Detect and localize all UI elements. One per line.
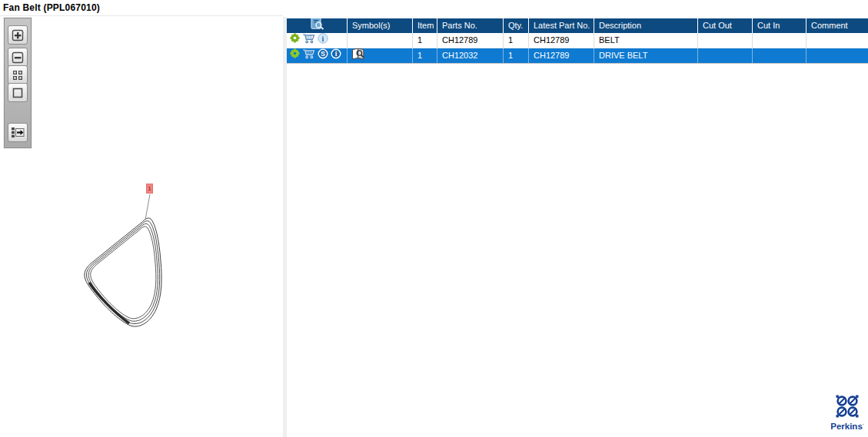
header-item: Item — [413, 18, 437, 33]
cell-comment — [806, 33, 868, 48]
svg-text:i: i — [335, 50, 338, 58]
info-icon[interactable]: i — [331, 48, 341, 63]
perkins-logo-icon — [834, 408, 860, 421]
parts-table: Symbol(s) Item Parts No. Qty. Latest Par… — [287, 18, 868, 64]
header-parts-no: Parts No. — [437, 18, 504, 33]
table-row-drive-belt-selected[interactable]: S i — [287, 48, 868, 64]
cell-cut-out — [698, 48, 753, 63]
panel-divider — [283, 17, 287, 437]
row-actions-cell: i — [287, 33, 348, 48]
perkins-wordmark: Perkins· — [829, 422, 866, 431]
svg-text:i: i — [322, 34, 324, 42]
header-comment: Comment — [806, 18, 868, 33]
header-cut-in: Cut In — [753, 18, 806, 33]
cell-item: 1 — [413, 48, 437, 63]
cell-qty: 1 — [504, 33, 529, 48]
header-cut-out: Cut Out — [698, 18, 753, 33]
gear-icon[interactable] — [290, 48, 300, 63]
add-to-cart-icon[interactable] — [302, 48, 315, 63]
header-description: Description — [594, 18, 698, 33]
gear-icon[interactable] — [290, 33, 300, 48]
svg-text:S: S — [321, 50, 325, 58]
add-to-cart-icon[interactable] — [302, 33, 315, 48]
diagram-callout-1[interactable]: 1 — [146, 184, 153, 194]
table-row-belt[interactable]: i 1 CH12789 1 CH12789 BELT — [287, 33, 868, 48]
header-actions-cell — [287, 18, 348, 33]
row-actions-cell: S i — [287, 48, 348, 63]
table-header-row: Symbol(s) Item Parts No. Qty. Latest Par… — [287, 18, 868, 33]
document-search-icon — [308, 18, 325, 33]
cell-cut-out — [698, 33, 753, 48]
cell-symbols — [348, 48, 413, 63]
perkins-branding: Perkins· — [829, 394, 866, 431]
header-symbols: Symbol(s) — [348, 18, 413, 33]
info-icon[interactable]: i — [318, 33, 328, 48]
cell-description: BELT — [594, 33, 698, 48]
cell-comment — [806, 48, 868, 63]
cell-cut-in — [753, 33, 806, 48]
header-qty: Qty. — [504, 18, 529, 33]
header-latest-part-no: Latest Part No. — [529, 18, 594, 33]
cell-symbols — [348, 33, 413, 48]
symbol-book-search-icon[interactable] — [351, 48, 366, 63]
cell-item: 1 — [413, 33, 437, 48]
cell-cut-in — [753, 48, 806, 63]
cell-latest-part-no: CH12789 — [529, 48, 594, 63]
fan-belt-diagram — [0, 0, 284, 437]
cell-latest-part-no: CH12789 — [529, 33, 594, 48]
supersession-icon[interactable]: S — [318, 48, 328, 63]
cell-qty: 1 — [504, 48, 529, 63]
cell-parts-no: CH12789 — [437, 33, 504, 48]
cell-description: DRIVE BELT — [594, 48, 698, 63]
parts-catalog-window: Fan Belt (PPL067010) — [0, 0, 868, 437]
cell-parts-no: CH12032 — [437, 48, 504, 63]
